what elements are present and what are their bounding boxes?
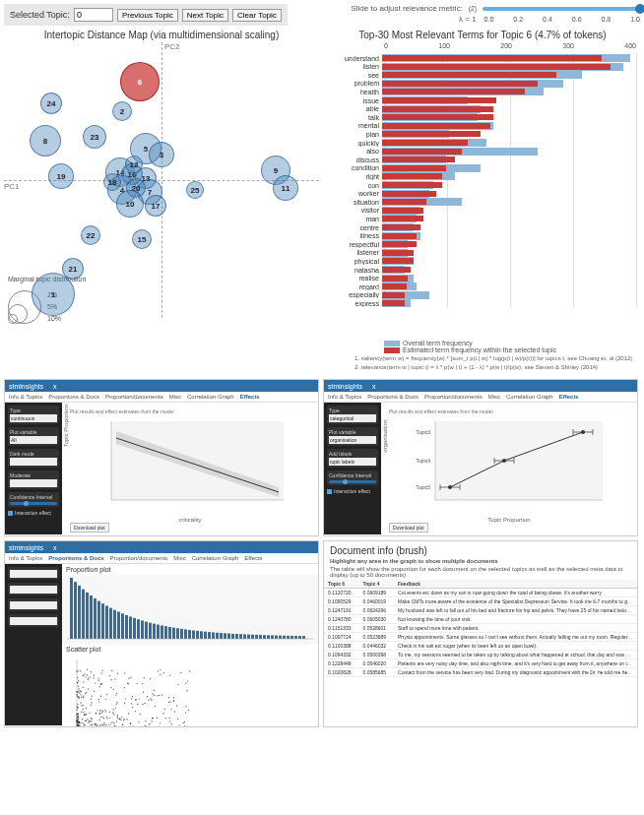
tab-effects[interactable]: Effects (244, 555, 262, 561)
topic-bubble-8[interactable]: 8 (30, 125, 61, 157)
proportion-plot[interactable] (62, 575, 318, 644)
term-bar-visitor[interactable]: visitor (325, 207, 636, 215)
term-bar-health[interactable]: health (325, 88, 636, 95)
term-bar-discuss[interactable]: discuss (325, 156, 636, 163)
term-bar-illness[interactable]: illness (325, 232, 636, 240)
close-icon[interactable]: x (53, 383, 57, 390)
checkbox-icon[interactable] (327, 489, 332, 494)
scatter-plot[interactable] (62, 655, 318, 727)
tab-info-topics[interactable]: Info & Topics (9, 555, 42, 561)
tab-proportion-documents[interactable]: Proportion/documents (105, 394, 163, 400)
intertopic-map[interactable]: PC1 PC2 Marginal topic distribution 2% 5… (4, 42, 319, 318)
term-bar-con[interactable]: con (325, 181, 636, 189)
term-bar-man[interactable]: man (325, 215, 636, 222)
col-topic4[interactable]: Topic 4 (359, 580, 395, 589)
next-topic-button[interactable]: Next Topic (182, 9, 228, 22)
tab-misc[interactable]: Misc (488, 394, 500, 400)
table-row[interactable]: 0.10943320.0500398To me, my sessions see… (324, 651, 637, 659)
col-topic6[interactable]: Topic 6 (324, 580, 359, 589)
table-row[interactable]: 0.11207200.0609189Cut events etc down as… (324, 589, 637, 597)
table-row[interactable]: 0.12407800.0605030Not knowing the time o… (324, 615, 637, 624)
sel[interactable] (8, 614, 59, 627)
tab-proportions-docs[interactable]: Proportions & Docs (48, 394, 99, 400)
tab-info-topics[interactable]: Info & Topics (9, 394, 42, 400)
table-row[interactable]: 0.11513330.0528601Staff to spend more ti… (324, 624, 637, 633)
topic-bubble-23[interactable]: 23 (83, 125, 106, 149)
tab-proportion-documents[interactable]: Proportion/documents (424, 394, 483, 400)
topic-bubble-12[interactable]: 12 (125, 156, 143, 173)
term-bar-mental[interactable]: mental (325, 122, 636, 130)
topic-bubble-17[interactable]: 17 (145, 195, 166, 217)
ci-slider[interactable] (329, 480, 376, 483)
term-bar-right[interactable]: right (325, 172, 636, 180)
col-feedback[interactable]: Feedback (394, 580, 637, 589)
topic-bubble-24[interactable]: 24 (40, 93, 62, 114)
term-bar-listen[interactable]: listen (325, 63, 636, 71)
term-bar-problem[interactable]: problem (325, 80, 636, 88)
term-bar-worker[interactable]: worker (325, 190, 636, 198)
topic-bubble-2[interactable]: 2 (112, 101, 132, 121)
topic-bubble-15[interactable]: 15 (132, 229, 152, 249)
term-bar-see[interactable]: see (325, 71, 636, 79)
term-bar-able[interactable]: able (325, 105, 636, 113)
topic-bubble-6[interactable]: 6 (120, 62, 160, 101)
topic-bubble-19[interactable]: 19 (48, 163, 74, 189)
table-row[interactable]: 0.11003880.0446032Check in his salt etc … (324, 642, 637, 651)
download-button[interactable]: Download plot (389, 523, 428, 533)
sel[interactable] (8, 583, 59, 596)
topic-bubble-3[interactable]: 3 (149, 142, 174, 167)
tab-proportion-documents[interactable]: Proportion/documents (110, 555, 168, 561)
term-bar-express[interactable]: express (325, 299, 636, 307)
ci-slider[interactable] (10, 502, 57, 505)
sel[interactable] (8, 598, 59, 611)
table-row[interactable]: 0.12471910.0624296My husband was left to… (324, 606, 637, 615)
close-icon[interactable]: x (372, 383, 376, 390)
table-row[interactable]: 0.12284480.0546020Patients are very nois… (324, 659, 637, 668)
topic-bubble-10[interactable]: 10 (116, 190, 144, 218)
term-bar-listener[interactable]: listener (325, 249, 636, 257)
topic-bubble-1[interactable]: 1 (32, 273, 75, 316)
term-bar-centre[interactable]: centre (325, 223, 636, 231)
topic-bubble-22[interactable]: 22 (81, 225, 100, 245)
tab-correlation-graph[interactable]: Correlation Graph (506, 394, 553, 400)
close-icon[interactable]: x (53, 544, 57, 551)
download-button[interactable]: Download plot (70, 523, 109, 533)
topic-bubble-11[interactable]: 11 (273, 175, 298, 201)
sel[interactable] (8, 567, 59, 580)
term-bar-quickly[interactable]: quickly (325, 139, 636, 147)
term-bar-natasha[interactable]: natasha (325, 266, 636, 274)
term-bar-condition[interactable]: condition (325, 164, 636, 172)
slider-thumb[interactable] (635, 4, 644, 14)
term-bar-also[interactable]: also (325, 148, 636, 156)
table-row[interactable]: 0.10977240.0523889Physio appointments. S… (324, 633, 637, 642)
term-bar-especially[interactable]: especially (325, 291, 636, 299)
relevance-slider[interactable] (483, 7, 640, 11)
topic-bubble-25[interactable]: 25 (186, 181, 204, 199)
term-bar-respectful[interactable]: respectful (325, 240, 636, 248)
term-bar-understand[interactable]: understand (325, 54, 636, 62)
plotvar-select[interactable]: organisation (329, 436, 376, 444)
tab-info-topics[interactable]: Info & Topics (328, 394, 361, 400)
checkbox-icon[interactable] (8, 511, 13, 516)
type-select[interactable]: categorical (329, 414, 376, 422)
table-row[interactable]: 0.10905290.0460019Make CMTs more aware o… (324, 597, 637, 606)
plotvar-select[interactable]: All (10, 436, 57, 444)
term-bar-situation[interactable]: situation (325, 198, 636, 206)
term-bar-issue[interactable]: issue (325, 96, 636, 104)
tab-effects[interactable]: Effects (559, 394, 579, 400)
tab-correlation-graph[interactable]: Correlation Graph (187, 394, 234, 400)
clear-topic-button[interactable]: Clear Topic (232, 9, 282, 22)
tab-proportions-docs[interactable]: Proportions & Docs (48, 555, 103, 561)
term-bar-plan[interactable]: plan (325, 130, 636, 138)
tab-misc[interactable]: Misc (169, 394, 181, 400)
prev-topic-button[interactable]: Previous Topic (117, 9, 178, 22)
tab-effects[interactable]: Effects (240, 394, 260, 400)
type-select[interactable]: continuous (10, 414, 57, 422)
tab-proportions-docs[interactable]: Proportions & Docs (367, 394, 419, 400)
term-bar-talk[interactable]: talk (325, 113, 636, 121)
moderate-select[interactable] (10, 479, 57, 487)
dark-select[interactable] (10, 458, 57, 466)
topic-bubble-18[interactable]: 18 (103, 173, 121, 191)
term-bar-physical[interactable]: physical (325, 257, 636, 265)
selected-topic-input[interactable] (74, 8, 113, 22)
